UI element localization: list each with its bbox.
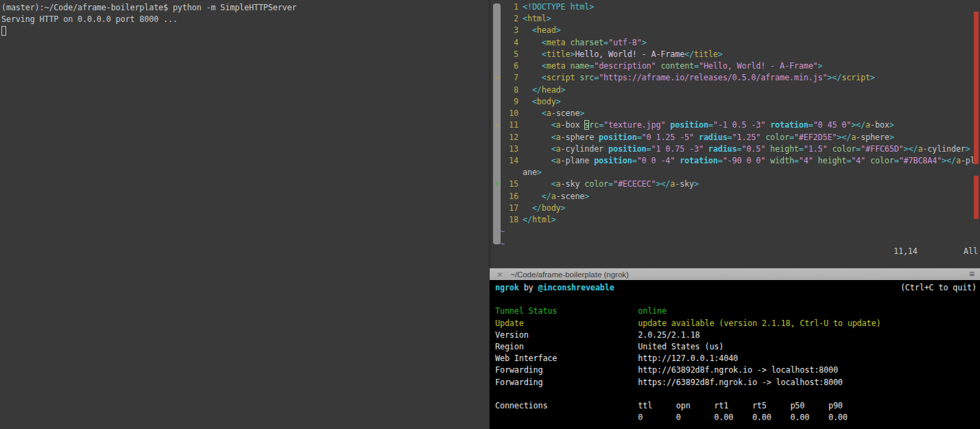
- editor-row: +15 <a-sky color="#ECECEC"></a-sky>: [490, 178, 980, 190]
- code-line: <head>: [523, 25, 561, 36]
- line-number: 18: [500, 214, 518, 226]
- gitgutter-modified-sign: ~: [494, 72, 501, 84]
- ngrok-line: Web Interface http://127.0.0.1:4040: [495, 353, 738, 364]
- editor-row: 8 </head>: [490, 84, 980, 96]
- ngrok-terminal[interactable]: ngrok by @inconshreveable(Ctrl+C to quit…: [490, 280, 980, 429]
- editor-row: ane>: [490, 167, 980, 178]
- editor-row: 14 <a-plane position="0 0 -4" rotation="…: [490, 155, 980, 167]
- line-number: 10: [500, 108, 518, 119]
- code-line: </html>: [523, 214, 556, 226]
- code-line: <a-sphere position="0 1.25 -5" radius="1…: [523, 132, 894, 143]
- ngrok-line: Forwarding http://63892d8f.ngrok.io -> l…: [495, 364, 838, 376]
- ngrok-line: ngrok by @inconshreveable: [495, 282, 614, 294]
- editor-row: 17 </body>: [490, 202, 980, 214]
- code-line: </a-scene>: [523, 191, 589, 202]
- editor-row: 16 </a-scene>: [490, 191, 980, 202]
- empty-line-tilde: ~: [500, 226, 505, 237]
- editor-row: 10 <a-scene>: [490, 108, 980, 119]
- code-line: <a-sky color="#ECECEC"></a-sky>: [523, 178, 699, 190]
- line-number: 2: [500, 13, 518, 25]
- editor-row: 18</html>: [490, 214, 980, 226]
- line-number: 8: [500, 84, 518, 96]
- editor-row: 12 <a-sphere position="0 1.25 -5" radius…: [490, 132, 980, 143]
- line-number: 6: [500, 60, 518, 72]
- line-number: 9: [500, 96, 518, 108]
- line-number: 13: [500, 143, 518, 155]
- ngrok-line: Region United States (us): [495, 341, 724, 353]
- menu-icon[interactable]: ≡: [966, 268, 977, 280]
- code-line: <a-scene>: [523, 108, 584, 119]
- editor-row: 4 <meta charset="utf-8">: [490, 37, 980, 49]
- code-line: <a-plane position="0 0 -4" rotation="-90…: [523, 155, 975, 167]
- line-number: 1: [500, 1, 518, 13]
- editor-row: 2<html>: [490, 13, 980, 25]
- code-line: <script src="https://aframe.io/releases/…: [523, 72, 875, 84]
- vim-editor-pane[interactable]: 1<!DOCTYPE html>2<html>3 <head>4 <meta c…: [490, 0, 980, 268]
- gitgutter-modified-sign: ~: [494, 119, 501, 131]
- code-line: <meta name="description" content="Hello,…: [523, 60, 823, 72]
- empty-line-tilde: ~: [500, 238, 505, 250]
- code-line: ane>: [523, 167, 542, 178]
- line-number: 11: [500, 119, 518, 131]
- editor-row: 6 <meta name="description" content="Hell…: [490, 60, 980, 72]
- ngrok-line: 0 0 0.00 0.00 0.00 0.00: [495, 412, 848, 424]
- shell-pane[interactable]: (master):~/Code/aframe-boilerplate$ pyth…: [0, 0, 489, 429]
- ngrok-window: × ~/Code/aframe-boilerplate (ngrok) ≡ ng…: [490, 268, 980, 429]
- line-number: 14: [500, 155, 518, 167]
- code-line: <html>: [523, 13, 551, 25]
- scrollbar-change-mark[interactable]: [974, 176, 979, 219]
- code-line: <a-cylinder position="1 0.75 -3" radius=…: [523, 143, 970, 155]
- vim-ruler-scroll: All: [964, 246, 978, 257]
- ngrok-quit-hint: (Ctrl+C to quit): [900, 282, 977, 294]
- code-line: </head>: [523, 84, 566, 96]
- code-line: </body>: [523, 202, 566, 214]
- line-number: 4: [500, 37, 518, 49]
- code-line: <body>: [523, 96, 561, 108]
- gitgutter-added-sign: +: [494, 178, 501, 190]
- ngrok-line: Connections ttl opn rt1 rt5 p50 p90: [495, 400, 843, 412]
- editor-row: 1<!DOCTYPE html>: [490, 1, 980, 13]
- code-line: <!DOCTYPE html>: [523, 1, 594, 13]
- code-line: <title>Hello, World! - A-Frame</title>: [523, 49, 723, 60]
- terminal-line: Serving HTTP on 0.0.0.0 port 8000 ...: [1, 14, 178, 25]
- ngrok-titlebar: × ~/Code/aframe-boilerplate (ngrok) ≡: [490, 268, 980, 280]
- vim-ruler-position: 11,14: [894, 246, 918, 257]
- ngrok-line: Version 2.0.25/2.1.18: [495, 329, 700, 341]
- editor-row: 9 <body>: [490, 96, 980, 108]
- ngrok-line: Tunnel Status online: [495, 305, 667, 317]
- line-number: 7: [500, 72, 518, 84]
- terminal-cursor: [1, 26, 6, 36]
- code-line: <meta charset="utf-8">: [523, 37, 647, 49]
- editor-row: ~7 <script src="https://aframe.io/releas…: [490, 72, 980, 84]
- editor-row: 13 <a-cylinder position="1 0.75 -3" radi…: [490, 143, 980, 155]
- editor-row: ~11 <a-box src="texture.jpg" position="-…: [490, 119, 980, 131]
- line-number: 17: [500, 202, 518, 214]
- ngrok-window-title: ~/Code/aframe-boilerplate (ngrok): [510, 269, 629, 280]
- line-number: 12: [500, 132, 518, 143]
- editor-row: 3 <head>: [490, 25, 980, 36]
- line-number: 5: [500, 49, 518, 60]
- screen: (master):~/Code/aframe-boilerplate$ pyth…: [0, 0, 980, 429]
- ngrok-line: Forwarding https://63892d8f.ngrok.io -> …: [495, 377, 843, 389]
- editor-row: 5 <title>Hello, World! - A-Frame</title>: [490, 49, 980, 60]
- line-number: 16: [500, 191, 518, 202]
- line-number: 15: [500, 178, 518, 190]
- scrollbar-change-mark[interactable]: [974, 12, 979, 164]
- terminal-line: (master):~/Code/aframe-boilerplate$ pyth…: [1, 2, 296, 14]
- ngrok-line: Update update available (version 2.1.18,…: [495, 318, 881, 329]
- code-line: <a-box src="texture.jpg" position="-1 0.…: [523, 119, 894, 131]
- line-number: 3: [500, 25, 518, 36]
- close-icon[interactable]: ×: [494, 268, 505, 280]
